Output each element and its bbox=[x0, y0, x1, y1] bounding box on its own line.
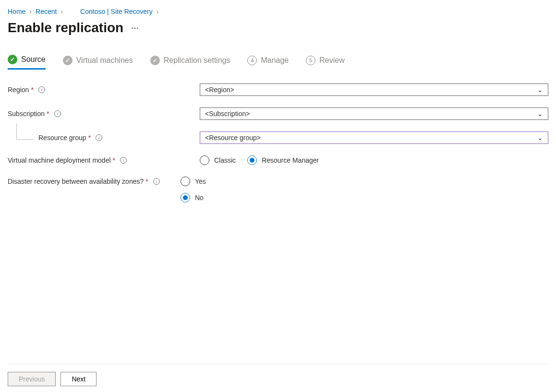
radio-label: Yes bbox=[195, 178, 206, 185]
required-marker: * bbox=[88, 134, 91, 142]
radio-classic[interactable]: Classic bbox=[200, 155, 236, 165]
chevron-down-icon: ⌄ bbox=[537, 134, 543, 142]
crumb-vault[interactable]: Contoso | Site Recovery bbox=[80, 8, 153, 15]
tab-label: Replication settings bbox=[164, 56, 230, 65]
info-icon[interactable] bbox=[96, 134, 102, 141]
region-select[interactable]: <Region> ⌄ bbox=[200, 83, 548, 96]
required-marker: * bbox=[31, 86, 33, 94]
tab-label: Manage bbox=[261, 56, 289, 65]
radio-icon bbox=[181, 177, 190, 186]
chevron-right-icon: › bbox=[29, 8, 32, 15]
step-number-icon: 4 bbox=[247, 56, 257, 65]
chevron-right-icon: › bbox=[60, 8, 63, 15]
tab-review[interactable]: 5 Review bbox=[306, 55, 344, 70]
radio-label: Resource Manager bbox=[262, 156, 319, 164]
next-button[interactable]: Next bbox=[60, 372, 97, 386]
vm-deployment-model-label: Virtual machine deployment model bbox=[8, 156, 111, 164]
resource-group-label: Resource group bbox=[38, 134, 86, 142]
chevron-down-icon: ⌄ bbox=[537, 86, 543, 94]
chevron-right-icon: › bbox=[157, 8, 159, 15]
required-marker: * bbox=[47, 110, 49, 118]
radio-icon bbox=[200, 155, 209, 165]
dr-zones-label: Disaster recovery between availability z… bbox=[8, 178, 144, 185]
form-source: Region * <Region> ⌄ Subscription * <Subs… bbox=[8, 83, 548, 202]
radio-resource-manager[interactable]: Resource Manager bbox=[247, 155, 319, 165]
info-icon[interactable] bbox=[153, 178, 160, 185]
required-marker: * bbox=[145, 178, 148, 185]
radio-dr-yes[interactable]: Yes bbox=[181, 177, 548, 186]
footer-actions: Previous Next bbox=[8, 364, 548, 392]
select-value: <Resource group> bbox=[205, 134, 261, 142]
crumb-home[interactable]: Home bbox=[8, 8, 25, 15]
breadcrumb: Home › Recent › Contoso | Site Recovery … bbox=[8, 8, 548, 15]
more-menu-icon[interactable]: ⋯ bbox=[131, 24, 140, 33]
page-title: Enable replication ⋯ bbox=[8, 20, 548, 36]
info-icon[interactable] bbox=[120, 157, 127, 164]
required-marker: * bbox=[113, 156, 115, 164]
chevron-down-icon: ⌄ bbox=[537, 110, 543, 118]
tab-replication-settings[interactable]: Replication settings bbox=[150, 55, 230, 70]
page-title-text: Enable replication bbox=[8, 20, 123, 36]
tab-label: Review bbox=[319, 56, 344, 65]
radio-icon bbox=[247, 155, 257, 165]
crumb-recent[interactable]: Recent bbox=[36, 8, 57, 15]
check-circle-icon bbox=[63, 56, 73, 65]
previous-button: Previous bbox=[8, 372, 56, 386]
radio-label: No bbox=[195, 194, 204, 202]
check-circle-icon bbox=[150, 56, 160, 65]
tab-manage[interactable]: 4 Manage bbox=[247, 55, 289, 70]
tab-source[interactable]: Source bbox=[8, 55, 46, 70]
tab-virtual-machines[interactable]: Virtual machines bbox=[63, 55, 133, 70]
radio-icon bbox=[181, 193, 190, 202]
radio-label: Classic bbox=[214, 156, 236, 164]
tab-label: Virtual machines bbox=[76, 56, 133, 65]
tab-label: Source bbox=[21, 55, 46, 64]
tree-line-icon bbox=[16, 123, 34, 140]
step-number-icon: 5 bbox=[306, 56, 315, 65]
subscription-select[interactable]: <Subscription> ⌄ bbox=[200, 107, 548, 120]
radio-dr-no[interactable]: No bbox=[181, 193, 548, 202]
vm-deployment-model-radio-group: Classic Resource Manager bbox=[200, 155, 548, 165]
region-label: Region bbox=[8, 86, 29, 94]
wizard-tabs: Source Virtual machines Replication sett… bbox=[8, 55, 548, 70]
subscription-label: Subscription bbox=[8, 110, 45, 118]
select-value: <Subscription> bbox=[205, 110, 250, 118]
check-circle-icon bbox=[8, 55, 17, 64]
info-icon[interactable] bbox=[54, 110, 61, 117]
info-icon[interactable] bbox=[38, 86, 45, 93]
select-value: <Region> bbox=[205, 86, 234, 94]
resource-group-select[interactable]: <Resource group> ⌄ bbox=[200, 131, 548, 144]
dr-zones-radio-group: Yes No bbox=[181, 177, 548, 202]
